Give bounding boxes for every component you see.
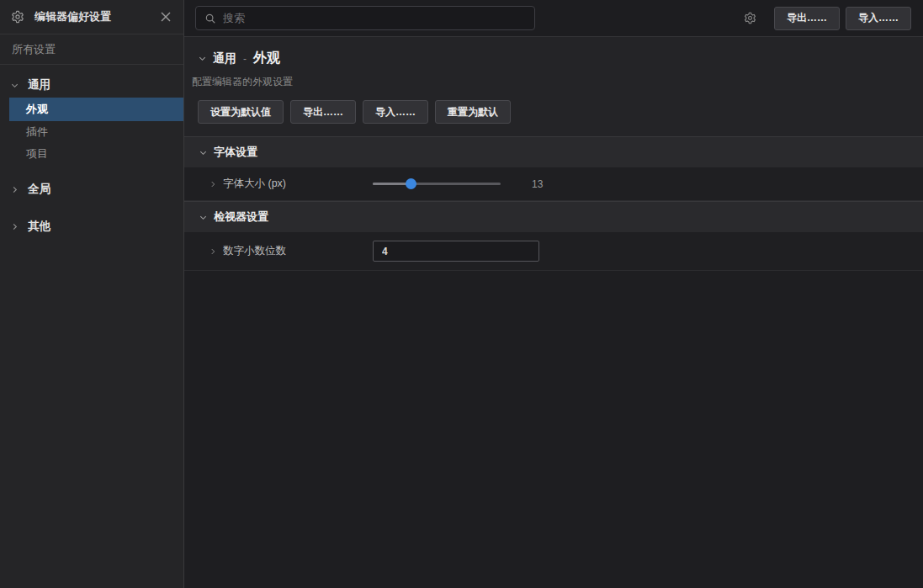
chevron-right-icon <box>10 222 21 231</box>
page-title: 外观 <box>253 50 280 67</box>
decimal-places-input[interactable] <box>373 241 539 262</box>
sidebar-group-label: 通用 <box>28 77 50 93</box>
import-settings-button[interactable]: 导入…… <box>363 100 428 124</box>
section-title: 字体设置 <box>214 145 257 160</box>
page-actions: 设置为默认值 导出…… 导入…… 重置为默认 <box>198 100 923 124</box>
setting-row-font-size: 字体大小 (px) 13 <box>184 167 923 201</box>
import-button[interactable]: 导入…… <box>846 7 911 30</box>
chevron-down-icon <box>199 148 208 157</box>
settings-content: 通用 - 外观 配置编辑器的外观设置 设置为默认值 导出…… 导入…… 重置为默… <box>184 37 923 588</box>
chevron-down-icon <box>10 81 21 90</box>
section-font-settings: 字体设置 字体大小 (px) 13 <box>184 136 923 201</box>
preferences-window: 编辑器偏好设置 所有设置 通用 外观 插件 项目 全局 <box>0 0 923 588</box>
page-header: 通用 - 外观 配置编辑器的外观设置 设置为默认值 导出…… 导入…… 重置为默… <box>184 37 923 136</box>
breadcrumb-separator: - <box>243 53 247 65</box>
export-button[interactable]: 导出…… <box>774 7 840 30</box>
section-header-font-settings[interactable]: 字体设置 <box>184 136 923 167</box>
sidebar-group-general[interactable]: 通用 <box>0 72 183 98</box>
font-size-value: 13 <box>532 178 543 190</box>
font-size-slider[interactable] <box>373 178 501 190</box>
search-input[interactable] <box>223 12 528 24</box>
breadcrumb: 通用 - 外观 <box>184 50 923 67</box>
window-titlebar: 编辑器偏好设置 <box>0 0 183 34</box>
page-description: 配置编辑器的外观设置 <box>192 75 923 89</box>
slider-thumb[interactable] <box>406 178 416 189</box>
sidebar-item-plugins[interactable]: 插件 <box>0 121 183 143</box>
reset-default-button[interactable]: 重置为默认 <box>435 100 511 124</box>
window-title: 编辑器偏好设置 <box>34 9 158 24</box>
sidebar: 编辑器偏好设置 所有设置 通用 外观 插件 项目 全局 <box>0 0 184 588</box>
search-icon <box>204 13 216 24</box>
sidebar-nav: 通用 外观 插件 项目 全局 其他 <box>0 65 183 239</box>
set-default-button[interactable]: 设置为默认值 <box>198 100 284 124</box>
topbar: 导出…… 导入…… <box>184 0 923 37</box>
search-box[interactable] <box>195 6 535 30</box>
sidebar-group-global[interactable]: 全局 <box>0 177 183 202</box>
chevron-down-icon[interactable] <box>198 54 207 63</box>
sidebar-item-appearance[interactable]: 外观 <box>9 98 183 121</box>
chevron-right-icon[interactable] <box>209 180 217 188</box>
export-settings-button[interactable]: 导出…… <box>290 100 356 124</box>
breadcrumb-group: 通用 <box>213 51 236 66</box>
empty-area <box>184 271 923 588</box>
section-header-inspector-settings[interactable]: 检视器设置 <box>184 201 923 232</box>
main-panel: 导出…… 导入…… 通用 - 外观 配置编辑器的外观设置 设置为默认值 导出……… <box>184 0 923 588</box>
settings-gear-icon[interactable] <box>744 12 756 24</box>
sidebar-item-all-settings[interactable]: 所有设置 <box>0 34 183 65</box>
section-inspector-settings: 检视器设置 数字小数位数 <box>184 201 923 271</box>
close-icon[interactable] <box>158 9 173 24</box>
sidebar-group-other[interactable]: 其他 <box>0 214 183 239</box>
section-title: 检视器设置 <box>214 209 268 225</box>
chevron-down-icon <box>199 213 208 222</box>
sidebar-group-label: 其他 <box>28 219 50 234</box>
gear-icon <box>11 10 24 24</box>
chevron-right-icon <box>10 185 21 194</box>
sidebar-group-label: 全局 <box>28 182 50 197</box>
setting-label: 数字小数位数 <box>223 244 373 258</box>
setting-label: 字体大小 (px) <box>223 177 373 191</box>
sidebar-item-project[interactable]: 项目 <box>0 143 183 165</box>
setting-row-decimal-places: 数字小数位数 <box>184 232 923 271</box>
chevron-right-icon[interactable] <box>209 247 217 256</box>
